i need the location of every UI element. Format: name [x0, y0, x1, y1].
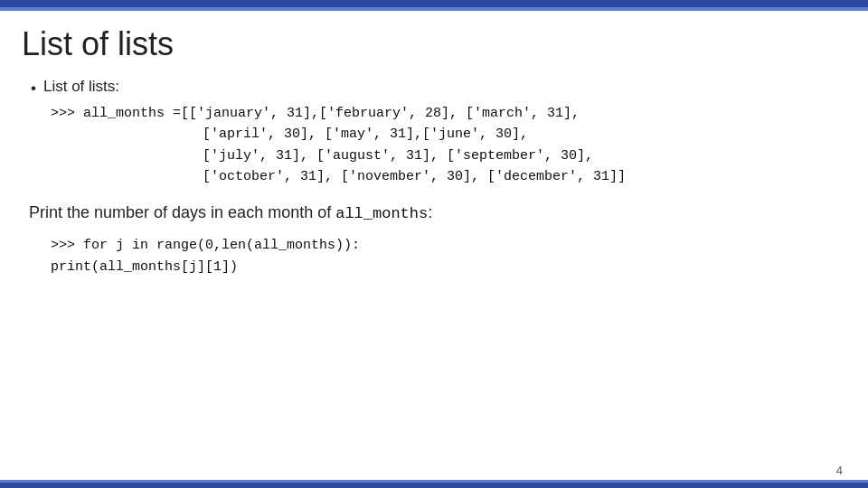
code2-line-2: print(all_months[j][1])	[51, 259, 238, 275]
code-block-2: >>> for j in range(0,len(all_months)): p…	[51, 235, 839, 278]
prose-section: Print the number of days in each month o…	[29, 203, 839, 222]
code2-line-1: >>> for j in range(0,len(all_months)):	[51, 238, 360, 253]
code-block-1: >>> all_months =[['january', 31],['febru…	[51, 103, 839, 187]
bullet-text: List of lists:	[43, 78, 119, 96]
prose-suffix: :	[428, 203, 432, 221]
code-line-3: ['july', 31], ['august', 31], ['septembe…	[51, 145, 839, 166]
code-line-2: ['april', 30], ['may', 31],['june', 30],	[51, 124, 839, 145]
code-line-1: >>> all_months =[['january', 31],['febru…	[51, 106, 580, 121]
slide-title: List of lists	[22, 25, 839, 63]
bullet-item: • List of lists:	[31, 78, 839, 98]
prose-prefix: Print the number of days in each month o…	[29, 203, 335, 221]
page-number: 4	[836, 464, 843, 477]
bullet-section: • List of lists: >>> all_months =[['janu…	[22, 78, 839, 187]
slide-content: List of lists • List of lists: >>> all_m…	[0, 11, 868, 293]
prose-code: all_months	[335, 205, 428, 222]
bottom-bar	[0, 483, 868, 488]
code-line-4: ['october', 31], ['november', 30], ['dec…	[51, 166, 839, 187]
top-bar	[0, 0, 868, 7]
bullet-dot: •	[31, 80, 36, 98]
